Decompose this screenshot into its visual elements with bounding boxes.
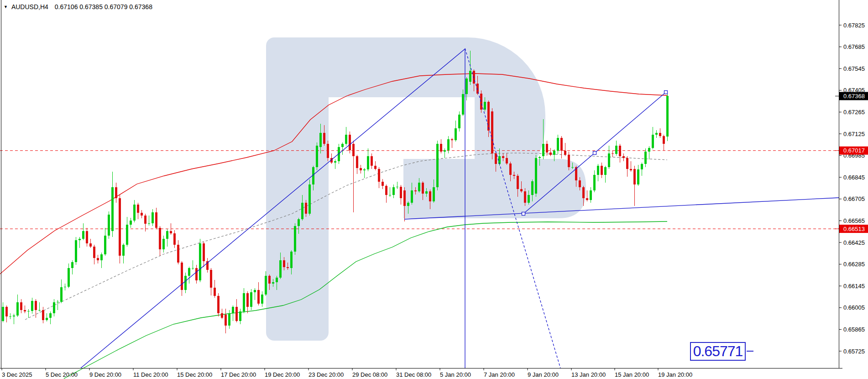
time-tick-label: 15 Jan 20:00 [615, 371, 649, 378]
candle-body [115, 187, 117, 198]
price-text-object[interactable]: 0.65771 [690, 342, 746, 361]
candle-body [663, 136, 665, 144]
candle-body [425, 191, 428, 194]
price-tick-label: 0.65865 [843, 326, 865, 333]
candle-body [239, 311, 241, 321]
candle-body [137, 205, 139, 213]
candle-body [429, 191, 431, 201]
price-tick-label: 0.67545 [843, 65, 865, 72]
candle-body [225, 315, 227, 326]
lower-band-line [64, 221, 667, 379]
candle-body [31, 301, 33, 311]
candle-body [265, 276, 267, 295]
price-tick-label: 0.67685 [843, 43, 865, 50]
candle-body [520, 189, 523, 191]
candle-body [422, 183, 424, 194]
trendline-handle[interactable] [522, 212, 525, 216]
candle-body [447, 139, 450, 150]
time-tick-label: 3 Dec 2025 [2, 371, 32, 378]
candle-body [542, 144, 544, 156]
candle-body [436, 144, 439, 187]
candle-body [557, 138, 559, 151]
candle-body [323, 133, 325, 144]
chart-canvas[interactable]: 0.678250.676850.675450.674050.672650.671… [0, 0, 868, 379]
price-text-value: 0.65771 [693, 343, 743, 360]
candle-body [111, 187, 114, 231]
candle-body [294, 226, 296, 252]
candle-body [133, 205, 136, 221]
candle-body [177, 245, 179, 263]
candle-body [360, 168, 362, 170]
price-tick-label: 0.66565 [843, 217, 865, 224]
candle-body [568, 155, 570, 167]
candle-body [648, 148, 650, 152]
candle-body [9, 316, 11, 317]
candle-body [349, 135, 351, 150]
candle-body [586, 198, 588, 200]
candle-body [400, 187, 402, 199]
price-tick-label: 0.67825 [843, 22, 865, 29]
candle-body [608, 153, 610, 168]
candle-body [71, 262, 73, 268]
candle-body [403, 190, 406, 206]
indicator-lines [0, 74, 667, 379]
candle-body [546, 144, 548, 153]
candle-body [276, 278, 278, 282]
candle-body [42, 310, 44, 320]
price-text-dash [747, 351, 753, 352]
price-tick-label: 0.66005 [843, 304, 865, 311]
axis-badge-label: 0.67368 [843, 93, 865, 100]
time-tick-label: 5 Dec 20:00 [46, 371, 78, 378]
price-tick-label: 0.66425 [843, 239, 865, 246]
candle-body [418, 183, 420, 191]
candle-body [130, 221, 132, 225]
time-tick-label: 9 Jan 20:00 [528, 371, 559, 378]
candle-body [86, 231, 88, 243]
candle-body [341, 144, 344, 147]
candle-body [597, 166, 599, 175]
candle-body [228, 313, 230, 326]
candle-body [298, 219, 300, 226]
candle-body [279, 260, 282, 277]
candle-body [173, 233, 176, 245]
candle-body [89, 243, 92, 247]
candle-body [192, 268, 194, 268]
candle-body [411, 190, 413, 203]
candle-body [254, 290, 256, 292]
candle-body [502, 156, 504, 158]
candle-body [517, 176, 519, 189]
candle-body [363, 169, 366, 170]
trendline-handle[interactable] [593, 152, 596, 155]
candle-body [184, 276, 187, 290]
candle-body [290, 252, 293, 268]
candle-body [257, 290, 260, 304]
candle-body [641, 164, 643, 169]
candle-body [38, 310, 41, 311]
candle-body [590, 190, 592, 200]
candle-body [57, 302, 59, 302]
candle-body [68, 268, 70, 287]
price-tick-label: 0.66705 [843, 195, 865, 202]
candle-body [564, 151, 566, 155]
candle-body [513, 175, 515, 176]
trendline-handle[interactable] [664, 91, 668, 94]
price-axis[interactable]: 0.678250.676850.675450.674050.672650.671… [839, 22, 865, 355]
symbol-dropdown-icon[interactable]: ▼ [4, 4, 8, 10]
candle-body [356, 156, 358, 168]
candle-body [385, 186, 387, 195]
candle-body [60, 287, 63, 302]
candle-body [13, 316, 15, 316]
candle-body [433, 187, 435, 201]
time-axis[interactable]: 3 Dec 20255 Dec 20:009 Dec 20:0011 Dec 2… [2, 368, 692, 378]
candle-body [16, 302, 19, 316]
candle-body [451, 139, 453, 140]
candle-body [287, 267, 289, 268]
candle-body [166, 231, 168, 239]
candle-body [334, 161, 336, 163]
candle-body [53, 302, 55, 313]
candle-body [144, 216, 146, 224]
candle-body [159, 228, 161, 250]
candle-body [272, 282, 274, 284]
candle-body [612, 153, 614, 154]
candle-body [214, 288, 216, 296]
